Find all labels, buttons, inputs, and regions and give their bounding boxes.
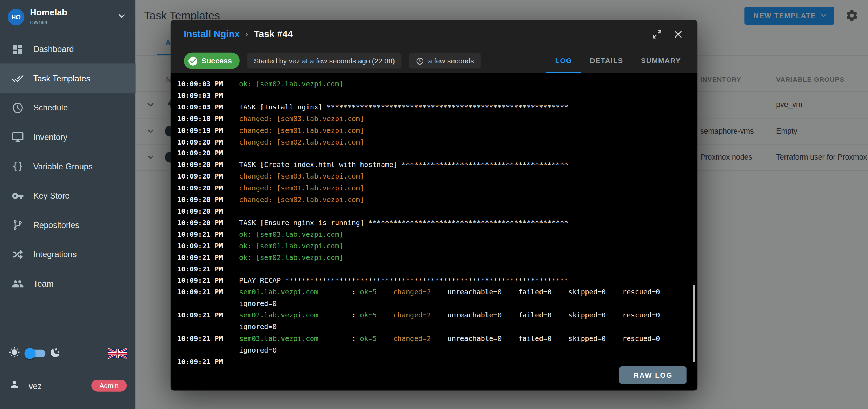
workspace-avatar: HO <box>8 8 24 25</box>
sidebar-item-repositories[interactable]: Repositories <box>0 210 135 240</box>
log-line: 10:09:03 PMok: [sem02.lab.vezpi.com] <box>177 79 690 90</box>
log-timestamp: 10:09:03 PM <box>177 79 233 90</box>
log-message: TASK [Ensure nginx is running] *********… <box>232 217 568 229</box>
sidebar-item-integrations[interactable]: Integrations <box>0 240 135 269</box>
log-timestamp: 10:09:21 PM <box>177 310 233 321</box>
status-label: Success <box>201 57 232 65</box>
sidebar-item-key-store[interactable]: Key Store <box>0 181 135 210</box>
user-icon <box>9 379 20 392</box>
log-timestamp: 10:09:20 PM <box>177 171 233 183</box>
sidebar-item-label: Inventory <box>33 132 67 142</box>
log-message: ignored=0 <box>232 321 277 333</box>
sidebar-item-label: Repositories <box>33 220 79 230</box>
log-timestamp: 10:09:21 PM <box>177 252 233 264</box>
log-message <box>232 206 239 217</box>
sidebar-item-task-templates[interactable]: Task Templates <box>0 63 135 93</box>
log-line: 10:09:18 PMchanged: [sem03.lab.vezpi.com… <box>177 113 690 125</box>
app-root: HO Homelab owner DashboardTask Templates… <box>0 0 868 409</box>
expand-button[interactable] <box>647 24 668 45</box>
log-line: 10:09:21 PMsem01.lab.vezpi.com : ok=5 ch… <box>177 287 690 298</box>
breadcrumb-template-link[interactable]: Install Nginx <box>184 29 240 40</box>
task-status-row: Success Started by vez at a few seconds … <box>171 49 697 73</box>
workspace-switcher[interactable]: HO Homelab owner <box>0 0 135 32</box>
log-message: sem01.lab.vezpi.com : ok=5 changed=2 unr… <box>232 287 660 298</box>
log-line: 10:09:21 PMsem03.lab.vezpi.com : ok=5 ch… <box>177 333 690 344</box>
log-timestamp: 10:09:21 PM <box>177 241 233 252</box>
log-line: ignored=0 <box>177 321 690 333</box>
task-templates-icon <box>12 72 24 85</box>
log-line: 10:09:21 PMok: [sem01.lab.vezpi.com] <box>177 241 690 252</box>
log-message: changed: [sem03.lab.vezpi.com] <box>232 113 364 125</box>
workspace-role: owner <box>30 18 67 27</box>
log-scrollbar[interactable] <box>693 285 695 362</box>
admin-badge: Admin <box>91 380 127 392</box>
log-message <box>232 264 239 275</box>
log-timestamp <box>177 321 233 333</box>
expand-icon <box>651 29 663 40</box>
log-line: 10:09:20 PMTASK [Create index.html with … <box>177 160 690 171</box>
sidebar-item-schedule[interactable]: Schedule <box>0 93 135 122</box>
log-line: 10:09:21 PMok: [sem03.lab.vezpi.com] <box>177 229 690 241</box>
sidebar-item-label: Team <box>33 279 54 288</box>
close-button[interactable] <box>668 24 689 45</box>
sidebar: HO Homelab owner DashboardTask Templates… <box>0 0 135 409</box>
log-message: changed: [sem01.lab.vezpi.com] <box>232 125 364 136</box>
log-message: sem03.lab.vezpi.com : ok=5 changed=2 unr… <box>232 333 660 344</box>
log-line: 10:09:21 PMsem02.lab.vezpi.com : ok=5 ch… <box>177 310 690 321</box>
breadcrumb-task: Task #44 <box>254 29 293 40</box>
log-line: 10:09:21 PMok: [sem02.lab.vezpi.com] <box>177 252 690 264</box>
log-message: PLAY RECAP *****************************… <box>232 275 568 287</box>
log-timestamp: 10:09:21 PM <box>177 229 233 241</box>
log-message: TASK [Create index.html with hostname] *… <box>232 160 568 171</box>
sidebar-item-variable-groups[interactable]: Variable Groups <box>0 152 135 181</box>
modal-tab-details[interactable]: DETAILS <box>581 49 632 73</box>
sun-icon <box>9 347 20 360</box>
close-icon <box>672 28 684 40</box>
log-line: 10:09:20 PMchanged: [sem02.lab.vezpi.com… <box>177 136 690 148</box>
schedule-icon <box>12 101 24 114</box>
log-message: ok: [sem02.lab.vezpi.com] <box>232 79 343 90</box>
log-line: 10:09:21 PMPLAY RECAP ******************… <box>177 275 690 287</box>
modal-tab-summary[interactable]: SUMMARY <box>632 49 690 73</box>
log-timestamp: 10:09:20 PM <box>177 217 233 229</box>
breadcrumb-separator: › <box>245 29 248 39</box>
sidebar-item-team[interactable]: Team <box>0 269 135 299</box>
log-line: 10:09:03 PMTASK [Install nginx] ********… <box>177 102 690 113</box>
log-message: TASK [Install nginx] *******************… <box>232 102 568 113</box>
sidebar-item-dashboard[interactable]: Dashboard <box>0 34 135 64</box>
log-line: 10:09:20 PM <box>177 206 690 217</box>
log-timestamp: 10:09:03 PM <box>177 102 233 113</box>
log-line: 10:09:20 PMchanged: [sem02.lab.vezpi.com… <box>177 194 690 206</box>
log-message: ok: [sem02.lab.vezpi.com] <box>232 252 343 264</box>
sidebar-item-label: Integrations <box>33 249 77 259</box>
modal-tab-log[interactable]: LOG <box>546 49 581 73</box>
check-circle-icon <box>188 56 198 66</box>
sidebar-nav: DashboardTask TemplatesScheduleInventory… <box>0 34 135 298</box>
status-badge: Success <box>184 53 240 69</box>
log-output: 10:09:03 PMok: [sem02.lab.vezpi.com]10:0… <box>171 73 697 390</box>
log-timestamp: 10:09:20 PM <box>177 206 233 217</box>
log-message: changed: [sem02.lab.vezpi.com] <box>232 194 364 206</box>
user-menu[interactable]: vez Admin <box>0 368 135 407</box>
log-timestamp: 10:09:20 PM <box>177 136 233 148</box>
theme-toggle[interactable] <box>26 350 46 357</box>
raw-log-button[interactable]: RAW LOG <box>620 366 687 384</box>
log-timestamp: 10:09:21 PM <box>177 287 233 298</box>
log-line: 10:09:19 PMchanged: [sem01.lab.vezpi.com… <box>177 125 690 136</box>
language-flag-uk[interactable] <box>108 347 127 360</box>
log-message: changed: [sem01.lab.vezpi.com] <box>232 183 364 194</box>
log-timestamp <box>177 298 233 310</box>
log-message: sem02.lab.vezpi.com : ok=5 changed=2 unr… <box>232 310 660 321</box>
log-timestamp: 10:09:18 PM <box>177 113 233 125</box>
team-icon <box>12 277 24 290</box>
log-line: ignored=0 <box>177 298 690 310</box>
sidebar-item-label: Task Templates <box>33 74 91 83</box>
log-line: 10:09:03 PM <box>177 90 690 102</box>
duration-text: a few seconds <box>428 57 474 65</box>
sidebar-item-inventory[interactable]: Inventory <box>0 122 135 152</box>
log-line: 10:09:20 PMchanged: [sem01.lab.vezpi.com… <box>177 183 690 194</box>
log-line: 10:09:21 PM <box>177 356 690 368</box>
dashboard-icon <box>12 43 24 55</box>
log-message: ok: [sem03.lab.vezpi.com] <box>232 229 343 241</box>
integrations-icon <box>12 248 24 260</box>
